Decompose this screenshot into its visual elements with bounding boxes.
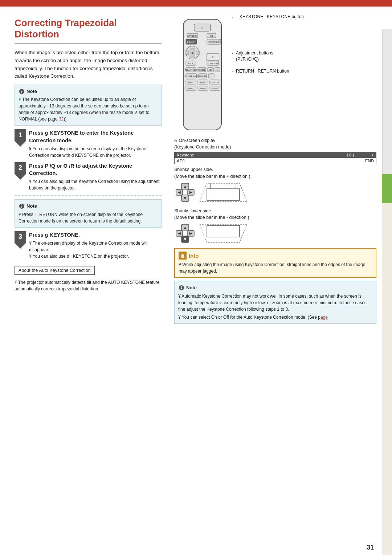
dpad-up-icon: ▲ ◀ ▶ ▼ [174, 181, 196, 203]
step-2-indicator: 2 [15, 162, 26, 180]
step-2-box: 2 Press P /Q or O /R to adjust the Keyst… [15, 162, 162, 192]
keystone-annotation: KEYSTONE KEYSTONE button [240, 14, 304, 20]
right-tab-green [382, 174, 392, 203]
svg-line-50 [232, 53, 233, 72]
svg-text:▼: ▼ [183, 196, 187, 201]
svg-rect-15 [185, 51, 189, 54]
svg-text:◀: ◀ [178, 231, 181, 235]
svg-line-49 [232, 49, 233, 54]
step-3-sub2: ¥ You can also use d KEYSTONE on the pro… [29, 253, 162, 260]
lower-correction-section: Shrinks lower side. (Move the slide bar … [174, 208, 376, 245]
ks-bar-bottom: ADJ. END [175, 158, 376, 164]
step-2-title: Press P /Q or O /R to adjust the Keyston… [29, 162, 162, 177]
note-title-1: Note [19, 88, 158, 95]
svg-rect-14 [190, 54, 195, 57]
step-3-box: 3 Press g KEYSTONE. ¥ The on-screen disp… [15, 231, 162, 260]
svg-rect-60 [207, 189, 240, 200]
svg-text:BACK: BACK [188, 62, 194, 65]
page-title: Correcting Trapezoidal Distortion [15, 17, 162, 44]
upper-correction-diagram: ▲ ◀ ▶ ▼ [174, 181, 376, 203]
svg-text:STANDBY: STANDBY [187, 35, 197, 37]
step-3-number: 3 [15, 231, 26, 243]
bottom-note-icon [178, 285, 185, 291]
note2-item: ¥ Press I RETURN while the on-screen dis… [19, 211, 158, 224]
step-2-content: Press P /Q or O /R to adjust the Keyston… [29, 162, 162, 192]
svg-text:▼: ▼ [183, 237, 187, 242]
step-3-indicator: 3 [15, 231, 26, 249]
note1-item: ¥ The Keystone Correction can be adjuste… [19, 96, 158, 122]
left-column: Correcting Trapezoidal Distortion When t… [0, 7, 171, 555]
step-3-title: Press g KEYSTONE. [29, 231, 162, 238]
remote-control-svg: ⌂ STANDBY ON KEYSTN MENU/HELP ⊕ [174, 17, 230, 134]
svg-rect-13 [190, 49, 195, 52]
note-icon-1 [19, 88, 25, 95]
svg-text:FORWARD: FORWARD [208, 62, 218, 65]
step-1-title: Press g KEYSTONE to enter the Keystone C… [29, 129, 162, 144]
keystone-display: Keystone [ 0 ] − + ADJ. END [174, 152, 376, 164]
info-title: 📋 Info [179, 252, 372, 260]
bottom-note-item1: ¥ Automatic Keystone Correction may not … [178, 293, 372, 313]
adjustment-annotation: Adjustment buttons (P /R /O /Q) [236, 50, 273, 62]
svg-rect-35 [208, 74, 214, 78]
svg-text:▲: ▲ [183, 184, 187, 189]
svg-text:INPUT 4: INPUT 4 [199, 87, 206, 90]
svg-text:◀: ◀ [178, 190, 181, 194]
svg-text:PICTURE MODE: PICTURE MODE [185, 76, 198, 77]
bottom-note-item2: ¥ You can select On or Off for the Auto … [178, 314, 372, 321]
svg-text:⌂: ⌂ [201, 26, 203, 30]
svg-text:KEYSTN: KEYSTN [187, 41, 195, 43]
step-2-sub: ¥ You can also adjust the Keystone Corre… [29, 178, 162, 191]
remote-annotations: KEYSTONE KEYSTONE button Adjustment butt… [232, 14, 376, 135]
svg-text:VOL: VOL [209, 69, 212, 71]
upper-correction-shape [200, 181, 247, 203]
svg-text:▶: ▶ [189, 190, 192, 194]
intro-text: When the image is projected either from … [15, 49, 162, 80]
note-title-2: Note [19, 203, 158, 210]
step-1-content: Press g KEYSTONE to enter the Keystone C… [29, 129, 162, 159]
svg-text:▲: ▲ [183, 225, 187, 230]
svg-text:INPUT 1: INPUT 1 [187, 81, 194, 83]
svg-line-48 [232, 17, 233, 24]
note-box-2: Note ¥ Press I RETURN while the on-scree… [15, 199, 162, 228]
lower-correction-diagram: ▲ ◀ ▶ ▼ [174, 223, 376, 244]
onscreen-label: R On-screen display (Keystone Correction… [174, 138, 376, 150]
svg-text:ON: ON [210, 35, 213, 37]
remote-diagram-area: ⌂ STANDBY ON KEYSTN MENU/HELP ⊕ [174, 14, 376, 135]
svg-text:↩: ↩ [212, 55, 215, 59]
svg-text:FREEZE: FREEZE [198, 69, 205, 71]
upper-label: Shrinks upper side. (Move the slide bar … [174, 166, 376, 180]
step-2-number: 2 [15, 162, 26, 174]
right-column: ⌂ STANDBY ON KEYSTN MENU/HELP ⊕ [171, 7, 382, 555]
about-auto-keystone-button[interactable]: About the Auto Keystone Correction [15, 266, 95, 275]
note-box-1: Note ¥ The Keystone Correction can be ad… [15, 85, 162, 126]
dpad-down-icon: ▲ ◀ ▶ ▼ [174, 223, 196, 244]
step-1-sub: ¥ You can also display the on-screen dis… [29, 146, 162, 159]
svg-text:BREAK TIMER: BREAK TIMER [185, 69, 197, 71]
upper-correction-section: Shrinks upper side. (Move the slide bar … [174, 166, 376, 203]
bottom-note-box: Note ¥ Automatic Keystone Correction may… [174, 281, 376, 324]
info-text: ¥ While adjusting the image using Keysto… [179, 261, 372, 274]
svg-text:▶: ▶ [189, 231, 192, 235]
note-icon-2 [19, 203, 25, 209]
svg-text:INPUT 3: INPUT 3 [187, 87, 194, 90]
svg-text:AV MUTE: AV MUTE [199, 76, 207, 77]
svg-text:MENU/HELP: MENU/HELP [208, 41, 220, 43]
svg-text:+/-: +/- [216, 69, 219, 71]
title-line1: Correcting Trapezoidal [15, 17, 117, 28]
svg-rect-72 [207, 225, 240, 237]
step-1-indicator: 1 [15, 129, 26, 147]
svg-text:INPUT 2: INPUT 2 [199, 81, 206, 83]
svg-text:AUTO SYNC: AUTO SYNC [209, 81, 220, 83]
ks-bar-top: Keystone [ 0 ] − + [175, 152, 376, 158]
page-number: 31 [367, 544, 374, 551]
title-line2: Distortion [15, 29, 59, 40]
return-annotation: RETURN RETURN button [236, 68, 289, 74]
right-tab-gray [382, 29, 392, 174]
lower-label: Shrinks lower side. (Move the slide bar … [174, 208, 376, 221]
step-1-arrow [15, 141, 26, 147]
svg-rect-16 [196, 51, 200, 54]
top-bar [0, 0, 392, 7]
step-1-box: 1 Press g KEYSTONE to enter the Keystone… [15, 129, 162, 159]
info-box: 📋 Info ¥ While adjusting the image using… [174, 248, 376, 278]
remote-svg-wrap: ⌂ STANDBY ON KEYSTN MENU/HELP ⊕ [174, 17, 232, 135]
